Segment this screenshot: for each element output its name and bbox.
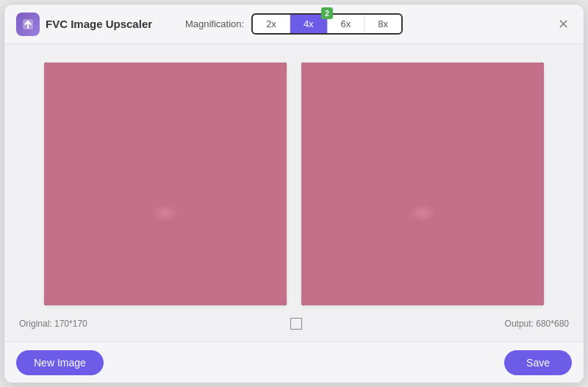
logo-area: FVC Image Upscaler: [16, 13, 152, 36]
header: FVC Image Upscaler Magnification: 2 2x 4…: [4, 4, 584, 44]
footer: New Image Save: [4, 341, 584, 383]
original-size-label: Original: 170*170: [19, 319, 87, 329]
save-button[interactable]: Save: [504, 350, 572, 375]
app-logo-icon: [16, 13, 40, 36]
output-dog-image: [301, 63, 544, 305]
magnification-8x-button[interactable]: 8x: [365, 15, 401, 33]
compare-icon[interactable]: [290, 318, 302, 330]
magnification-label: Magnification:: [185, 18, 244, 29]
original-dog-image: [44, 63, 287, 305]
output-image-panel: [301, 63, 544, 305]
magnification-area: Magnification: 2 2x 4x 6x 8x: [185, 13, 403, 35]
output-size-label: Output: 680*680: [505, 319, 569, 329]
magnification-badge: 2: [321, 7, 333, 19]
images-row: [16, 56, 572, 312]
new-image-button[interactable]: New Image: [16, 350, 104, 375]
magnification-6x-button[interactable]: 6x: [328, 15, 365, 33]
close-button[interactable]: ✕: [555, 15, 572, 34]
status-row: Original: 170*170 Output: 680*680: [16, 312, 572, 330]
magnification-2x-button[interactable]: 2x: [253, 15, 290, 33]
original-image-panel: [44, 63, 287, 305]
app-title: FVC Image Upscaler: [46, 18, 152, 30]
main-content: Original: 170*170 Output: 680*680: [4, 44, 584, 341]
app-window: FVC Image Upscaler Magnification: 2 2x 4…: [4, 4, 584, 383]
magnification-buttons-group: 2 2x 4x 6x 8x: [251, 13, 403, 35]
